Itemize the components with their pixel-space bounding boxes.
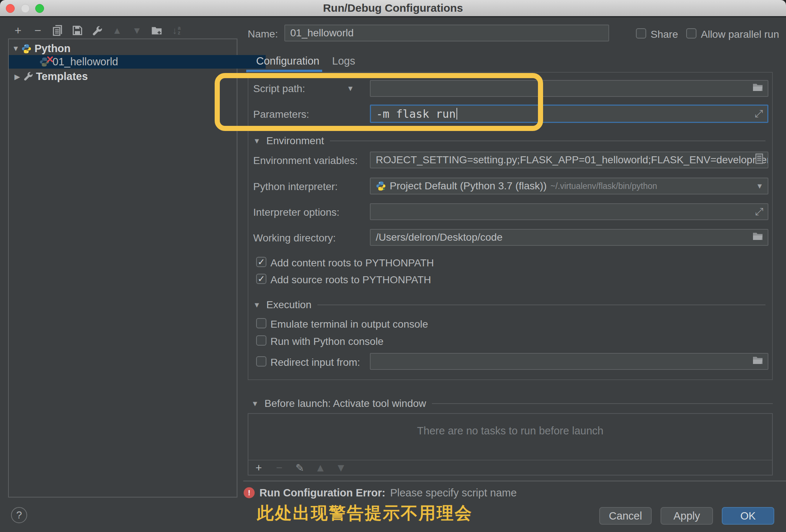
environment-variables-input[interactable]: ROJECT_SETTING=setting.py;FLASK_APP=01_h… bbox=[370, 152, 768, 168]
ok-button[interactable]: OK bbox=[722, 507, 774, 525]
edit-templates-button[interactable] bbox=[92, 24, 103, 37]
before-launch-toolbar: + − ✎ ▲ ▼ bbox=[253, 462, 346, 474]
section-rule bbox=[317, 305, 765, 305]
before-launch-toolbar-divider bbox=[248, 460, 772, 460]
browse-folder-icon[interactable] bbox=[752, 232, 763, 244]
browse-folder-icon[interactable] bbox=[752, 83, 763, 95]
tree-item-label: Templates bbox=[36, 70, 88, 83]
name-input-value: 01_helloworld bbox=[290, 27, 354, 39]
expand-field-icon[interactable]: ⤢ bbox=[755, 205, 763, 218]
edit-task-button[interactable]: ✎ bbox=[294, 462, 305, 474]
tab-configuration[interactable]: Configuration bbox=[256, 55, 320, 67]
dropdown-arrow-icon[interactable]: ▼ bbox=[756, 182, 763, 190]
move-down-button[interactable]: ▼ bbox=[131, 24, 142, 37]
window-title: Run/Debug Configurations bbox=[0, 0, 786, 16]
wrench-icon bbox=[92, 25, 102, 36]
script-path-input[interactable] bbox=[370, 80, 768, 97]
expand-arrow-icon[interactable]: ▶ bbox=[13, 72, 21, 81]
text-cursor bbox=[456, 108, 457, 120]
error-message: Please specify script name bbox=[390, 487, 517, 499]
redirect-input-file-input[interactable] bbox=[370, 353, 768, 370]
error-title: Run Configuration Error: bbox=[259, 487, 385, 499]
script-path-label: Script path: bbox=[253, 83, 305, 95]
apply-button[interactable]: Apply bbox=[661, 507, 713, 525]
remove-configuration-button[interactable]: − bbox=[32, 24, 43, 37]
script-path-options-arrow-icon[interactable]: ▼ bbox=[347, 84, 354, 93]
execution-section-header[interactable]: ▼ Execution bbox=[253, 299, 765, 311]
cancel-button[interactable]: Cancel bbox=[599, 507, 652, 525]
help-question-icon: ? bbox=[16, 509, 22, 521]
share-checkbox[interactable] bbox=[636, 28, 646, 39]
working-directory-label: Working directory: bbox=[253, 232, 336, 244]
python-interpreter-path: ~/.virtualenv/flask/bin/python bbox=[550, 181, 657, 191]
python-interpreter-label: Python interpreter: bbox=[253, 181, 338, 193]
tree-item-label: 01_helloworld bbox=[52, 56, 118, 68]
chinese-annotation-text: 此处出现警告提示不用理会 bbox=[257, 502, 473, 525]
python-interpreter-combobox[interactable]: Project Default (Python 3.7 (flask)) ~/.… bbox=[370, 178, 768, 194]
name-label: Name: bbox=[248, 28, 278, 40]
parameters-label: Parameters: bbox=[253, 109, 309, 120]
move-task-down-button[interactable]: ▼ bbox=[335, 462, 346, 474]
save-configuration-button[interactable] bbox=[72, 24, 83, 37]
collapse-arrow-icon[interactable]: ▼ bbox=[253, 301, 261, 309]
check-icon: ✓ bbox=[258, 274, 265, 283]
before-launch-empty-text: There are no tasks to run before launch bbox=[248, 425, 773, 437]
working-directory-input[interactable]: /Users/delron/Desktop/code bbox=[370, 229, 768, 246]
python-icon bbox=[21, 44, 32, 54]
env-vars-list-icon[interactable] bbox=[755, 153, 763, 167]
footer-divider bbox=[243, 481, 786, 481]
tree-item-label: Python bbox=[34, 43, 70, 55]
section-rule bbox=[330, 141, 765, 141]
collapse-arrow-icon[interactable]: ▼ bbox=[12, 44, 20, 53]
run-python-console-label: Run with Python console bbox=[270, 336, 383, 347]
before-launch-title: Before launch: Activate tool window bbox=[265, 398, 426, 409]
section-rule bbox=[432, 403, 773, 404]
working-directory-value: /Users/delron/Desktop/code bbox=[376, 232, 503, 243]
python-error-icon: ✕ bbox=[39, 57, 50, 67]
environment-section-header[interactable]: ▼ Environment bbox=[253, 135, 765, 147]
move-up-button[interactable]: ▲ bbox=[112, 24, 123, 37]
collapse-arrow-icon[interactable]: ▼ bbox=[253, 137, 261, 145]
titlebar: Run/Debug Configurations bbox=[0, 0, 786, 17]
new-folder-button[interactable] bbox=[151, 24, 162, 37]
allow-parallel-run-label: Allow parallel run bbox=[701, 29, 779, 40]
tab-logs[interactable]: Logs bbox=[332, 55, 355, 67]
add-task-button[interactable]: + bbox=[253, 462, 264, 474]
parameters-input[interactable]: -m flask run ⤢ bbox=[370, 105, 768, 123]
allow-parallel-run-checkbox[interactable] bbox=[686, 28, 696, 39]
before-launch-section-header[interactable]: ▼ Before launch: Activate tool window bbox=[251, 398, 773, 409]
python-icon bbox=[376, 181, 386, 191]
tree-item-python[interactable]: ▼ Python bbox=[9, 42, 240, 55]
help-button[interactable]: ? bbox=[11, 507, 27, 523]
expand-field-icon[interactable]: ⤢ bbox=[755, 108, 763, 120]
add-content-roots-checkbox[interactable]: ✓ bbox=[256, 257, 266, 267]
tree-item-01-helloworld[interactable]: ✕ 01_helloworld bbox=[9, 55, 266, 69]
remove-task-button[interactable]: − bbox=[274, 462, 285, 474]
execution-section-title: Execution bbox=[266, 299, 312, 311]
wrench-icon bbox=[23, 71, 33, 82]
error-row: ! Run Configuration Error: Please specif… bbox=[244, 487, 517, 499]
python-interpreter-value: Project Default (Python 3.7 (flask)) bbox=[390, 180, 547, 192]
name-input[interactable]: 01_helloworld bbox=[284, 25, 609, 41]
configurations-toolbar: + − ▲ ▼ bbox=[12, 24, 182, 37]
run-python-console-checkbox[interactable] bbox=[256, 335, 266, 346]
interpreter-options-label: Interpreter options: bbox=[253, 207, 339, 218]
add-source-roots-checkbox[interactable]: ✓ bbox=[256, 274, 266, 284]
error-icon: ! bbox=[244, 487, 255, 498]
copy-configuration-button[interactable] bbox=[52, 24, 63, 37]
interpreter-options-input[interactable]: ⤢ bbox=[370, 203, 768, 220]
emulate-terminal-checkbox[interactable] bbox=[256, 318, 266, 328]
sort-configurations-button[interactable]: ↓ az bbox=[171, 24, 182, 37]
collapse-arrow-icon[interactable]: ▼ bbox=[251, 400, 259, 408]
redirect-input-checkbox[interactable] bbox=[256, 356, 266, 367]
emulate-terminal-label: Emulate terminal in output console bbox=[270, 318, 428, 330]
move-task-up-button[interactable]: ▲ bbox=[315, 462, 326, 474]
folder-add-icon bbox=[151, 25, 162, 36]
redirect-input-label: Redirect input from: bbox=[270, 357, 360, 368]
check-icon: ✓ bbox=[258, 258, 265, 266]
tree-item-templates[interactable]: ▶ Templates bbox=[9, 70, 241, 83]
browse-folder-icon[interactable] bbox=[752, 356, 763, 368]
add-configuration-button[interactable]: + bbox=[12, 24, 23, 37]
run-debug-configurations-dialog: Run/Debug Configurations + − ▲ ▼ bbox=[0, 0, 786, 532]
share-label: Share bbox=[651, 29, 678, 40]
